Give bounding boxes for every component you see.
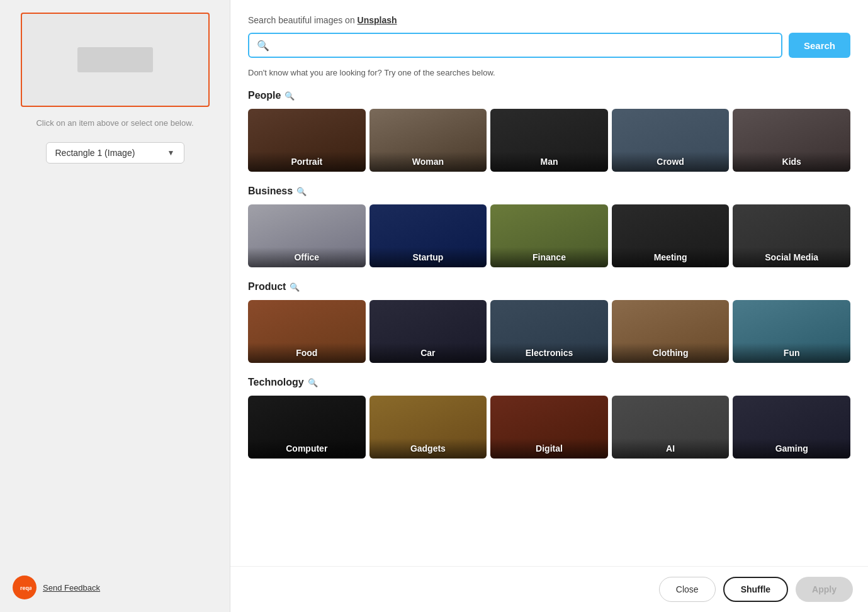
category-grid-technology: ComputerGadgetsDigitalAIGaming <box>248 396 850 459</box>
category-title-technology: Technology 🔍 <box>248 377 850 388</box>
category-search-icon[interactable]: 🔍 <box>308 378 318 387</box>
reqa-logo: reqa <box>13 576 37 599</box>
category-card-electronics[interactable]: Electronics <box>490 300 608 363</box>
dropdown-label: Rectangle 1 (Image) <box>55 148 135 158</box>
category-card-crowd[interactable]: Crowd <box>612 109 730 172</box>
category-card-fun[interactable]: Fun <box>733 300 850 363</box>
image-placeholder <box>77 47 153 72</box>
category-card-meeting[interactable]: Meeting <box>612 204 730 267</box>
category-card-label: Startup <box>369 247 487 267</box>
category-search-icon[interactable]: 🔍 <box>296 187 307 196</box>
hint-text: Don't know what you are looking for? Try… <box>248 68 850 77</box>
category-card-finance[interactable]: Finance <box>490 204 608 267</box>
category-card-label: Car <box>369 343 487 363</box>
categories-container: People 🔍PortraitWomanManCrowdKidsBusines… <box>248 90 850 459</box>
category-card-label: Meeting <box>612 247 730 267</box>
category-card-office[interactable]: Office <box>248 204 366 267</box>
category-search-icon[interactable]: 🔍 <box>285 91 295 101</box>
category-card-label: Electronics <box>490 343 608 363</box>
category-card-label: Portrait <box>248 152 366 172</box>
category-card-gaming[interactable]: Gaming <box>733 396 850 459</box>
category-grid-business: OfficeStartupFinanceMeetingSocial Media <box>248 204 850 267</box>
send-feedback-link[interactable]: Send Feedback <box>43 583 100 593</box>
category-title-label: Product <box>248 281 286 292</box>
category-card-label: Office <box>248 247 366 267</box>
category-grid-product: FoodCarElectronicsClothingFun <box>248 300 850 363</box>
category-card-man[interactable]: Man <box>490 109 608 172</box>
close-button[interactable]: Close <box>659 577 716 602</box>
category-section-technology: Technology 🔍ComputerGadgetsDigitalAIGami… <box>248 377 850 459</box>
category-title-business: Business 🔍 <box>248 186 850 197</box>
category-card-label: Gadgets <box>369 438 487 459</box>
logo-area: reqa Send Feedback <box>13 576 100 599</box>
category-title-label: People <box>248 90 281 101</box>
category-card-label: Clothing <box>612 343 730 363</box>
svg-text:reqa: reqa <box>20 585 31 591</box>
left-panel: Click on an item above or select one bel… <box>0 0 230 612</box>
category-card-woman[interactable]: Woman <box>369 109 487 172</box>
category-card-label: Food <box>248 343 366 363</box>
target-dropdown[interactable]: Rectangle 1 (Image) ▼ <box>46 142 184 164</box>
category-title-label: Technology <box>248 377 304 388</box>
category-card-label: Finance <box>490 247 608 267</box>
category-grid-people: PortraitWomanManCrowdKids <box>248 109 850 172</box>
category-card-clothing[interactable]: Clothing <box>612 300 730 363</box>
category-card-computer[interactable]: Computer <box>248 396 366 459</box>
category-card-label: Man <box>490 152 608 172</box>
apply-button[interactable]: Apply <box>796 577 853 602</box>
left-hint-text: Click on an item above or select one bel… <box>36 117 193 130</box>
search-input[interactable] <box>274 34 774 57</box>
search-row: 🔍 Search <box>248 33 850 58</box>
category-title-people: People 🔍 <box>248 90 850 101</box>
category-card-label: AI <box>612 438 730 459</box>
category-card-digital[interactable]: Digital <box>490 396 608 459</box>
search-icon: 🔍 <box>257 40 269 52</box>
category-search-icon[interactable]: 🔍 <box>290 282 300 292</box>
category-card-label: Fun <box>733 343 850 363</box>
footer: Close Shuffle Apply <box>230 566 868 612</box>
category-title-product: Product 🔍 <box>248 281 850 292</box>
category-card-ai[interactable]: AI <box>612 396 730 459</box>
image-preview-box <box>21 13 210 107</box>
category-card-label: Gaming <box>733 438 850 459</box>
category-card-label: Kids <box>733 152 850 172</box>
category-card-social-media[interactable]: Social Media <box>733 204 850 267</box>
category-card-gadgets[interactable]: Gadgets <box>369 396 487 459</box>
category-section-business: Business 🔍OfficeStartupFinanceMeetingSoc… <box>248 186 850 267</box>
category-card-kids[interactable]: Kids <box>733 109 850 172</box>
search-input-wrap: 🔍 <box>248 33 782 58</box>
category-section-product: Product 🔍FoodCarElectronicsClothingFun <box>248 281 850 363</box>
category-card-startup[interactable]: Startup <box>369 204 487 267</box>
right-panel: Search beautiful images on Unsplash 🔍 Se… <box>230 0 868 612</box>
right-scroll-content: Search beautiful images on Unsplash 🔍 Se… <box>230 0 868 566</box>
category-card-label: Crowd <box>612 152 730 172</box>
category-card-car[interactable]: Car <box>369 300 487 363</box>
unsplash-link[interactable]: Unsplash <box>358 15 397 25</box>
category-card-label: Social Media <box>733 247 850 267</box>
category-card-food[interactable]: Food <box>248 300 366 363</box>
chevron-down-icon: ▼ <box>167 148 175 157</box>
category-card-portrait[interactable]: Portrait <box>248 109 366 172</box>
search-button[interactable]: Search <box>789 33 850 58</box>
category-title-label: Business <box>248 186 293 197</box>
category-card-label: Woman <box>369 152 487 172</box>
category-section-people: People 🔍PortraitWomanManCrowdKids <box>248 90 850 172</box>
unsplash-header: Search beautiful images on Unsplash <box>248 15 850 25</box>
shuffle-button[interactable]: Shuffle <box>723 577 788 602</box>
category-card-label: Digital <box>490 438 608 459</box>
category-card-label: Computer <box>248 438 366 459</box>
